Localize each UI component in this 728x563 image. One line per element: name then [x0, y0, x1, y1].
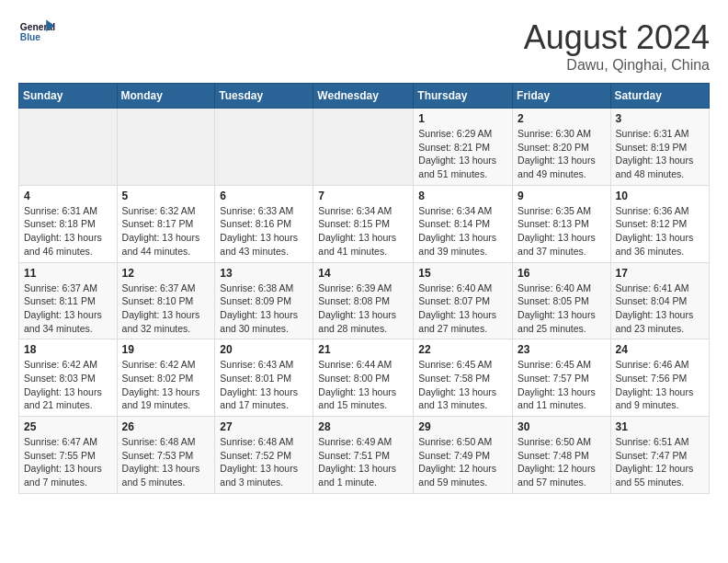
day-info: Sunrise: 6:50 AMSunset: 7:49 PMDaylight:…	[418, 435, 507, 489]
day-info: Sunrise: 6:48 AMSunset: 7:53 PMDaylight:…	[122, 435, 210, 489]
logo: General Blue	[18, 18, 55, 46]
logo-icon: General Blue	[18, 18, 55, 46]
day-info: Sunrise: 6:33 AMSunset: 8:16 PMDaylight:…	[220, 204, 308, 259]
day-number: 10	[616, 190, 704, 202]
day-number: 26	[122, 420, 210, 433]
calendar-cell: 2Sunrise: 6:30 AMSunset: 8:20 PMDaylight…	[513, 109, 611, 186]
calendar-cell: 8Sunrise: 6:34 AMSunset: 8:14 PMDaylight…	[414, 185, 513, 262]
day-info: Sunrise: 6:31 AMSunset: 8:19 PMDaylight:…	[616, 127, 704, 181]
day-info: Sunrise: 6:40 AMSunset: 8:05 PMDaylight:…	[518, 282, 606, 336]
day-info: Sunrise: 6:30 AMSunset: 8:20 PMDaylight:…	[518, 127, 606, 181]
day-info: Sunrise: 6:45 AMSunset: 7:57 PMDaylight:…	[518, 358, 606, 412]
weekday-header-sunday: Sunday	[19, 84, 118, 109]
day-info: Sunrise: 6:47 AMSunset: 7:55 PMDaylight:…	[24, 435, 112, 489]
day-number: 30	[518, 420, 606, 433]
location: Dawu, Qinghai, China	[524, 57, 710, 74]
day-number: 24	[616, 343, 704, 356]
day-number: 29	[418, 420, 507, 433]
day-number: 21	[318, 343, 408, 356]
day-number: 15	[418, 267, 507, 280]
calendar-cell: 20Sunrise: 6:43 AMSunset: 8:01 PMDayligh…	[215, 339, 313, 417]
day-info: Sunrise: 6:38 AMSunset: 8:09 PMDaylight:…	[220, 282, 308, 336]
calendar-cell: 11Sunrise: 6:37 AMSunset: 8:11 PMDayligh…	[19, 262, 118, 339]
day-number: 5	[122, 190, 210, 202]
day-info: Sunrise: 6:41 AMSunset: 8:04 PMDaylight:…	[616, 282, 704, 336]
weekday-header-friday: Friday	[513, 84, 611, 109]
calendar-cell: 21Sunrise: 6:44 AMSunset: 8:00 PMDayligh…	[313, 339, 414, 417]
month-year: August 2024	[524, 18, 710, 57]
day-number: 17	[616, 267, 704, 280]
calendar-cell: 19Sunrise: 6:42 AMSunset: 8:02 PMDayligh…	[117, 339, 215, 417]
day-number: 8	[418, 190, 507, 202]
day-number: 9	[518, 190, 606, 202]
calendar-cell: 27Sunrise: 6:48 AMSunset: 7:52 PMDayligh…	[215, 417, 313, 494]
day-number: 19	[122, 343, 210, 356]
weekday-header-wednesday: Wednesday	[313, 84, 414, 109]
calendar-cell: 15Sunrise: 6:40 AMSunset: 8:07 PMDayligh…	[414, 262, 513, 339]
calendar-cell: 18Sunrise: 6:42 AMSunset: 8:03 PMDayligh…	[19, 339, 118, 417]
day-number: 1	[418, 112, 507, 125]
day-number: 28	[318, 420, 408, 433]
day-number: 20	[220, 343, 308, 356]
day-number: 13	[220, 267, 308, 280]
day-info: Sunrise: 6:51 AMSunset: 7:47 PMDaylight:…	[616, 435, 704, 489]
calendar-cell: 14Sunrise: 6:39 AMSunset: 8:08 PMDayligh…	[313, 262, 414, 339]
weekday-header-thursday: Thursday	[414, 84, 513, 109]
calendar-week-4: 18Sunrise: 6:42 AMSunset: 8:03 PMDayligh…	[19, 339, 710, 417]
calendar-cell	[19, 109, 118, 186]
calendar-cell: 25Sunrise: 6:47 AMSunset: 7:55 PMDayligh…	[19, 417, 118, 494]
calendar-cell	[313, 109, 414, 186]
day-number: 14	[318, 267, 408, 280]
title-block: August 2024 Dawu, Qinghai, China	[524, 18, 710, 74]
calendar-cell: 31Sunrise: 6:51 AMSunset: 7:47 PMDayligh…	[610, 417, 709, 494]
day-info: Sunrise: 6:29 AMSunset: 8:21 PMDaylight:…	[418, 127, 507, 181]
day-number: 25	[24, 420, 112, 433]
day-info: Sunrise: 6:46 AMSunset: 7:56 PMDaylight:…	[616, 358, 704, 412]
day-number: 16	[518, 267, 606, 280]
calendar-cell: 6Sunrise: 6:33 AMSunset: 8:16 PMDaylight…	[215, 185, 313, 262]
day-info: Sunrise: 6:37 AMSunset: 8:10 PMDaylight:…	[122, 282, 210, 336]
weekday-header-monday: Monday	[117, 84, 215, 109]
day-info: Sunrise: 6:34 AMSunset: 8:14 PMDaylight:…	[418, 204, 507, 259]
day-info: Sunrise: 6:42 AMSunset: 8:02 PMDaylight:…	[122, 358, 210, 412]
calendar-week-5: 25Sunrise: 6:47 AMSunset: 7:55 PMDayligh…	[19, 417, 710, 494]
day-info: Sunrise: 6:37 AMSunset: 8:11 PMDaylight:…	[24, 282, 112, 336]
calendar-cell: 30Sunrise: 6:50 AMSunset: 7:48 PMDayligh…	[513, 417, 611, 494]
calendar-cell: 13Sunrise: 6:38 AMSunset: 8:09 PMDayligh…	[215, 262, 313, 339]
calendar-cell: 29Sunrise: 6:50 AMSunset: 7:49 PMDayligh…	[414, 417, 513, 494]
day-info: Sunrise: 6:35 AMSunset: 8:13 PMDaylight:…	[518, 204, 606, 259]
calendar-cell: 26Sunrise: 6:48 AMSunset: 7:53 PMDayligh…	[117, 417, 215, 494]
calendar-cell	[117, 109, 215, 186]
calendar-week-1: 1Sunrise: 6:29 AMSunset: 8:21 PMDaylight…	[19, 109, 710, 186]
day-number: 23	[518, 343, 606, 356]
day-number: 2	[518, 112, 606, 125]
calendar-cell: 22Sunrise: 6:45 AMSunset: 7:58 PMDayligh…	[414, 339, 513, 417]
day-info: Sunrise: 6:32 AMSunset: 8:17 PMDaylight:…	[122, 204, 210, 259]
day-info: Sunrise: 6:34 AMSunset: 8:15 PMDaylight:…	[318, 204, 408, 259]
calendar-cell: 28Sunrise: 6:49 AMSunset: 7:51 PMDayligh…	[313, 417, 414, 494]
day-info: Sunrise: 6:40 AMSunset: 8:07 PMDaylight:…	[418, 282, 507, 336]
calendar-cell: 17Sunrise: 6:41 AMSunset: 8:04 PMDayligh…	[610, 262, 709, 339]
day-info: Sunrise: 6:50 AMSunset: 7:48 PMDaylight:…	[518, 435, 606, 489]
calendar-cell: 12Sunrise: 6:37 AMSunset: 8:10 PMDayligh…	[117, 262, 215, 339]
day-info: Sunrise: 6:31 AMSunset: 8:18 PMDaylight:…	[24, 204, 112, 259]
calendar-week-2: 4Sunrise: 6:31 AMSunset: 8:18 PMDaylight…	[19, 185, 710, 262]
day-number: 22	[418, 343, 507, 356]
day-number: 18	[24, 343, 112, 356]
day-info: Sunrise: 6:44 AMSunset: 8:00 PMDaylight:…	[318, 358, 408, 412]
calendar-cell: 23Sunrise: 6:45 AMSunset: 7:57 PMDayligh…	[513, 339, 611, 417]
day-info: Sunrise: 6:48 AMSunset: 7:52 PMDaylight:…	[220, 435, 308, 489]
weekday-header-tuesday: Tuesday	[215, 84, 313, 109]
day-number: 3	[616, 112, 704, 125]
weekday-header-saturday: Saturday	[610, 84, 709, 109]
calendar-cell: 16Sunrise: 6:40 AMSunset: 8:05 PMDayligh…	[513, 262, 611, 339]
calendar-cell: 1Sunrise: 6:29 AMSunset: 8:21 PMDaylight…	[414, 109, 513, 186]
day-info: Sunrise: 6:36 AMSunset: 8:12 PMDaylight:…	[616, 204, 704, 259]
day-info: Sunrise: 6:39 AMSunset: 8:08 PMDaylight:…	[318, 282, 408, 336]
day-number: 12	[122, 267, 210, 280]
day-number: 7	[318, 190, 408, 202]
calendar-table: SundayMondayTuesdayWednesdayThursdayFrid…	[18, 83, 710, 494]
calendar-cell	[215, 109, 313, 186]
day-number: 31	[616, 420, 704, 433]
day-info: Sunrise: 6:43 AMSunset: 8:01 PMDaylight:…	[220, 358, 308, 412]
